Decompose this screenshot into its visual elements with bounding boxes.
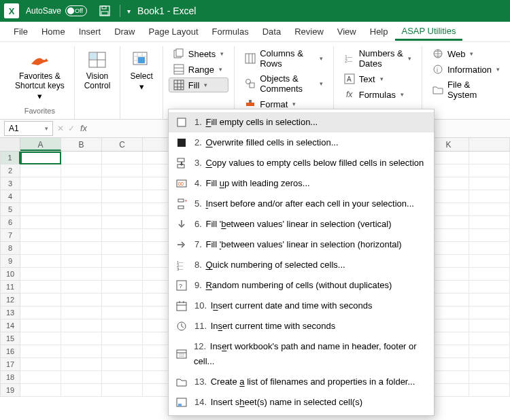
sheets-button[interactable]: Sheets▾ bbox=[169, 46, 228, 61]
cell[interactable] bbox=[61, 384, 102, 397]
cell[interactable] bbox=[428, 358, 469, 371]
cell[interactable] bbox=[428, 332, 469, 345]
cell[interactable] bbox=[428, 242, 469, 255]
cell[interactable] bbox=[20, 177, 61, 190]
cell[interactable] bbox=[20, 152, 61, 164]
favorites-button[interactable]: Favorites & Shortcut keys ▾ bbox=[11, 46, 69, 104]
formulas-button[interactable]: fxFormulas▾ bbox=[339, 87, 416, 102]
cell[interactable] bbox=[20, 216, 61, 229]
tab-help[interactable]: Help bbox=[363, 24, 395, 39]
tab-draw[interactable]: Draw bbox=[107, 24, 141, 39]
text-button[interactable]: AText▾ bbox=[339, 71, 416, 86]
numbers-dates-button[interactable]: 1—2—Numbers & Dates▾ bbox=[339, 46, 416, 71]
cell[interactable] bbox=[20, 384, 61, 397]
cell[interactable] bbox=[428, 371, 469, 384]
cell[interactable] bbox=[20, 332, 61, 345]
cell[interactable] bbox=[428, 268, 469, 281]
information-button[interactable]: iInformation▾ bbox=[428, 62, 505, 77]
cell[interactable] bbox=[428, 255, 469, 268]
row-header[interactable]: 14 bbox=[0, 319, 20, 332]
cell[interactable] bbox=[469, 358, 510, 371]
cell[interactable] bbox=[428, 281, 469, 294]
row-header[interactable]: 5 bbox=[0, 203, 20, 216]
cell[interactable] bbox=[102, 319, 143, 332]
cell[interactable] bbox=[20, 345, 61, 358]
fill-menu-item-9[interactable]: ?9. Random numbering of cells (without d… bbox=[169, 275, 434, 296]
tab-home[interactable]: Home bbox=[35, 24, 72, 39]
cell[interactable] bbox=[20, 190, 61, 203]
fill-menu-item-4[interactable]: 004. Fill up with leading zeros... bbox=[169, 173, 434, 194]
cell[interactable] bbox=[20, 229, 61, 242]
cell[interactable] bbox=[469, 345, 510, 358]
cell[interactable] bbox=[61, 164, 102, 177]
fill-menu-item-6[interactable]: 6. Fill 'between values' linear in selec… bbox=[169, 214, 434, 234]
confirm-icon[interactable]: ✓ bbox=[68, 124, 75, 133]
web-button[interactable]: Web▾ bbox=[428, 46, 505, 61]
cell[interactable] bbox=[61, 332, 102, 345]
chevron-down-icon[interactable]: ▾ bbox=[45, 125, 48, 132]
cell[interactable] bbox=[102, 255, 143, 268]
col-header[interactable] bbox=[469, 138, 510, 151]
cell[interactable] bbox=[61, 255, 102, 268]
cell[interactable] bbox=[61, 358, 102, 371]
cell[interactable] bbox=[428, 345, 469, 358]
fill-menu-item-14[interactable]: 14. Insert sheet(s) name in selected cel… bbox=[169, 392, 434, 413]
cell[interactable] bbox=[61, 203, 102, 216]
fill-button[interactable]: Fill▾ bbox=[169, 77, 228, 92]
toggle-icon[interactable]: Off bbox=[65, 5, 87, 16]
cell[interactable] bbox=[61, 345, 102, 358]
cell[interactable] bbox=[469, 319, 510, 332]
cell[interactable] bbox=[102, 307, 143, 319]
row-header[interactable]: 16 bbox=[0, 345, 20, 358]
cell[interactable] bbox=[428, 384, 469, 397]
cell[interactable] bbox=[428, 307, 469, 319]
cell[interactable] bbox=[469, 190, 510, 203]
cell[interactable] bbox=[428, 216, 469, 229]
cell[interactable] bbox=[469, 384, 510, 397]
row-header[interactable]: 9 bbox=[0, 255, 20, 268]
row-header[interactable]: 11 bbox=[0, 281, 20, 294]
cell[interactable] bbox=[61, 294, 102, 307]
cell[interactable] bbox=[469, 294, 510, 307]
cell[interactable] bbox=[469, 216, 510, 229]
cell[interactable] bbox=[102, 190, 143, 203]
col-header-b[interactable]: B bbox=[61, 138, 102, 151]
cell[interactable] bbox=[20, 164, 61, 177]
cell[interactable] bbox=[428, 152, 469, 164]
cell[interactable] bbox=[102, 152, 143, 164]
tab-view[interactable]: View bbox=[330, 24, 363, 39]
row-header[interactable]: 1 bbox=[0, 152, 20, 164]
tab-asap-utilities[interactable]: ASAP Utilities bbox=[395, 23, 463, 41]
cell[interactable] bbox=[102, 371, 143, 384]
cell[interactable] bbox=[20, 319, 61, 332]
cell[interactable] bbox=[20, 268, 61, 281]
cell[interactable] bbox=[20, 358, 61, 371]
cell[interactable] bbox=[61, 229, 102, 242]
fill-menu-item-2[interactable]: 2. Overwrite filled cells in selection..… bbox=[169, 133, 434, 153]
cell[interactable] bbox=[61, 307, 102, 319]
cell[interactable] bbox=[102, 345, 143, 358]
cell[interactable] bbox=[428, 319, 469, 332]
cell[interactable] bbox=[102, 177, 143, 190]
fill-menu-item-12[interactable]: 12. Insert workbook's path and name in h… bbox=[169, 336, 434, 372]
cell[interactable] bbox=[102, 216, 143, 229]
cell[interactable] bbox=[102, 229, 143, 242]
cell[interactable] bbox=[469, 177, 510, 190]
cell[interactable] bbox=[20, 294, 61, 307]
col-header-k[interactable]: K bbox=[428, 138, 469, 151]
cell[interactable] bbox=[469, 281, 510, 294]
row-header[interactable]: 4 bbox=[0, 190, 20, 203]
cell[interactable] bbox=[428, 203, 469, 216]
row-header[interactable]: 10 bbox=[0, 268, 20, 281]
cell[interactable] bbox=[102, 358, 143, 371]
file-system-button[interactable]: File & System bbox=[428, 77, 505, 102]
row-header[interactable]: 3 bbox=[0, 177, 20, 190]
row-header[interactable]: 7 bbox=[0, 229, 20, 242]
cell[interactable] bbox=[20, 255, 61, 268]
tab-file[interactable]: File bbox=[7, 24, 35, 39]
select-all-corner[interactable] bbox=[0, 138, 20, 151]
cell[interactable] bbox=[61, 216, 102, 229]
cell[interactable] bbox=[428, 164, 469, 177]
cell[interactable] bbox=[61, 242, 102, 255]
customize-qat-icon[interactable]: ▾ bbox=[127, 7, 131, 15]
